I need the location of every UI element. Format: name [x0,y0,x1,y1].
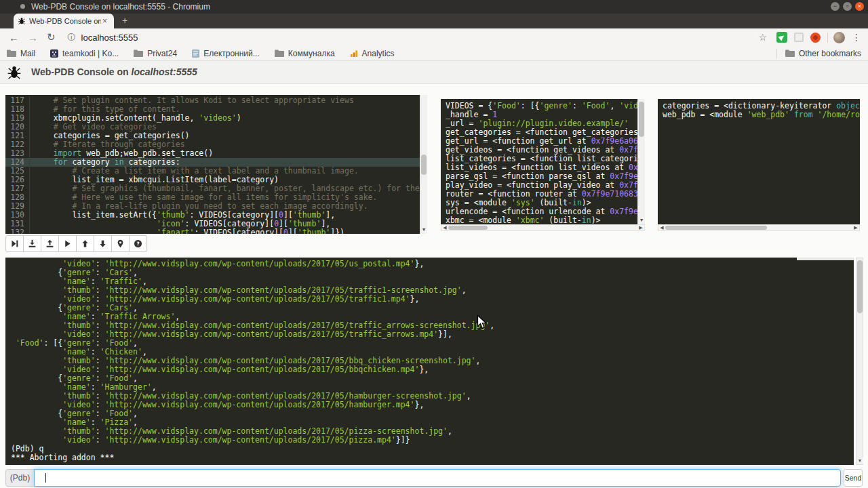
scroll-left-arrow-icon[interactable]: ◀ [658,225,665,230]
scrollbar-thumb[interactable] [448,226,488,230]
tab-strip: Web-PDB Console on loca × + [0,14,868,28]
scroll-right-arrow-icon[interactable]: ▶ [637,225,644,230]
step-into-button[interactable] [23,235,41,252]
document-favicon [192,49,199,58]
return-button[interactable] [41,235,59,252]
continue-button[interactable] [58,235,77,252]
browser-menu-icon[interactable]: ⋮ [852,32,861,43]
bug-favicon-icon [18,17,26,25]
maximize-button[interactable]: ▫ [843,2,852,11]
globals-lines: VIDEOS = {'Food': [{'genre': 'Food', 'vi… [446,102,640,224]
code-vertical-scrollbar[interactable]: ▼ [420,95,427,234]
code-lines: 117 # Set plugin content. It allows Kodi… [5,96,427,234]
variable-line: xbmc = <module 'xbmc' (built-in)> [446,216,640,224]
bookmark-teamkodi[interactable]: teamkodi | Ko... [50,49,119,58]
text-caret [45,473,46,483]
console-lines: 'video': 'http://www.vidsplay.com/wp-con… [11,260,848,462]
send-button[interactable]: Send [844,469,863,487]
globals-vertical-scrollbar[interactable]: ▼ [637,99,645,224]
toolbar-separator [827,33,828,43]
reload-icon[interactable]: ↻ [47,31,56,43]
window-icon-dot [20,4,25,9]
os-titlebar: Web-PDB Console on localhost:5555 - Chro… [0,0,868,14]
pdb-prompt-row: (Pdb) Send [5,469,863,487]
bug-logo-icon [7,65,22,83]
folder-icon [134,49,143,57]
bookmark-kommunalka[interactable]: Коммуналка [275,49,335,58]
browser-tab[interactable]: Web-PDB Console on loca × [14,14,114,28]
window-title: Web-PDB Console on localhost:5555 - Chro… [31,2,210,12]
bookmark-star-icon[interactable]: ☆ [758,32,767,43]
locals-lines: categories = <dictionary-keyiterator obj… [663,102,855,119]
bar-chart-favicon [350,49,358,58]
tab-title: Web-PDB Console on loca [29,17,101,25]
code-text: 'fanart': VIDEOS[category][0]['thumb']}) [30,228,344,234]
next-button[interactable] [5,235,24,252]
code-line: 132 'fanart': VIDEOS[category][0]['thumb… [5,228,427,234]
close-button[interactable]: × [855,2,864,11]
bookmarks-bar: Mail teamkodi | Ko... Privat24 Електронн… [0,46,868,61]
scroll-down-arrow-icon[interactable]: ▼ [420,226,427,234]
url-field[interactable]: localhost:5555 [81,33,759,43]
pdb-console-label: PDB Console [797,258,854,260]
variable-line: web_pdb = <module 'web_pdb' from '/home/… [663,110,855,119]
address-bar: ← → ↻ ⓘ localhost:5555 ☆ ⋮ [0,28,868,46]
console-vertical-scrollbar[interactable]: ▼ [856,258,863,465]
page-header: Web-PDB Console on localhost:5555 [0,61,868,84]
where-button[interactable] [111,235,130,252]
tab-close-icon[interactable]: × [102,16,107,26]
kodi-favicon [50,49,58,58]
profile-avatar[interactable] [833,32,845,43]
bookmarks-separator [776,49,777,58]
scrollbar-thumb[interactable] [665,226,767,230]
bookmark-privat24[interactable]: Privat24 [134,49,177,58]
scrollbar-thumb[interactable] [639,102,644,137]
scroll-down-arrow-icon[interactable]: ▼ [856,457,863,464]
bookmark-electronic[interactable]: Електронний... [192,49,260,58]
locals-panel: Locals categories = <dictionary-keyitera… [658,99,860,224]
console-line: 'video': 'http://www.vidsplay.com/wp-con… [11,436,848,445]
console-line: (Pdb) q [11,445,848,453]
scrollbar-thumb[interactable] [857,260,863,313]
page-title-host: localhost:5555 [132,66,197,77]
extension-disabled-icon[interactable] [794,33,804,42]
pdb-prompt-label: (Pdb) [5,469,34,487]
console-line: *** Aborting addon *** [11,453,848,462]
other-bookmarks[interactable]: Other bookmarks [776,49,861,58]
scroll-down-arrow-icon[interactable]: ▼ [638,217,645,224]
bookmark-analytics[interactable]: Analytics [350,49,395,58]
globals-panel: Globals VIDEOS = {'Food': [{'genre': 'Fo… [441,99,645,224]
pdb-toolbar: ? [5,235,147,252]
page-title: Web-PDB Console on localhost:5555 [31,61,197,83]
line-number: 132 [5,228,30,234]
screen: Web-PDB Console on localhost:5555 - Chro… [0,0,868,488]
minimize-button[interactable]: − [831,2,840,11]
bookmark-mail[interactable]: Mail [7,49,35,58]
back-icon[interactable]: ← [9,32,19,43]
scroll-right-arrow-icon[interactable]: ▶ [852,225,859,230]
extension-red-circle-icon[interactable] [810,33,821,43]
pdb-console-panel: PDB Console 'video': 'http://www.vidspla… [5,258,854,465]
help-button[interactable]: ? [129,235,147,252]
scrollbar-thumb[interactable] [421,155,427,175]
scroll-left-arrow-icon[interactable]: ◀ [441,225,448,230]
pdb-command-input[interactable] [34,469,841,487]
globals-horizontal-scrollbar[interactable]: ◀ ▶ [441,224,645,231]
folder-icon [7,49,16,57]
locals-horizontal-scrollbar[interactable]: ◀ ▶ [658,224,860,231]
forward-icon[interactable]: → [28,32,38,43]
web-pdb-page: Web-PDB Console on localhost:5555 Curren… [0,61,868,488]
up-button[interactable] [76,235,94,252]
svg-text:?: ? [136,241,139,247]
page-info-icon[interactable]: ⓘ [68,32,76,43]
folder-icon [785,49,795,57]
new-tab-button[interactable]: + [119,16,130,26]
folder-icon [275,49,284,57]
down-button[interactable] [94,235,112,252]
extension-green-arrow-icon[interactable] [776,32,787,43]
code-panel: Current file: main.py(124) 117 # Set plu… [5,95,427,234]
